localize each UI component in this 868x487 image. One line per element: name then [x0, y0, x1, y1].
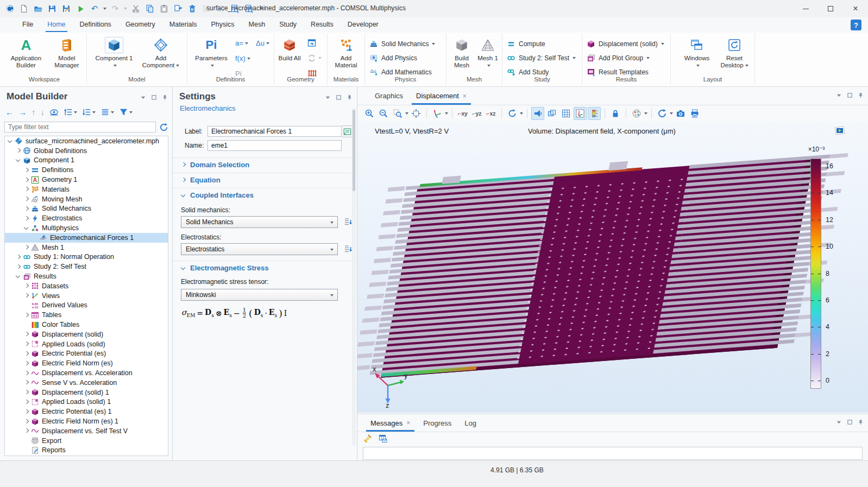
- tree-item[interactable]: Study 1: Normal Operation: [5, 252, 168, 262]
- tree-item[interactable]: Component 1: [5, 156, 168, 166]
- add-plot-group-button[interactable]: Add Plot Group: [587, 52, 650, 64]
- tab-progress[interactable]: Progress: [417, 414, 458, 432]
- rename-button[interactable]: [341, 125, 353, 137]
- collapse-all-button[interactable]: [64, 107, 77, 117]
- panel-float-icon[interactable]: [336, 94, 342, 100]
- cut-button[interactable]: [130, 3, 141, 14]
- paste-button[interactable]: [159, 3, 169, 14]
- tree-item[interactable]: Solid Mechanics: [5, 204, 168, 214]
- add-physics-button[interactable]: Add Physics: [369, 52, 417, 64]
- tree-expander[interactable]: [23, 350, 30, 357]
- functions-button[interactable]: f(x): [235, 54, 250, 62]
- tree-item[interactable]: Electromechanical Forces 1: [5, 233, 168, 243]
- panel-float-icon[interactable]: [151, 94, 157, 100]
- tree-item[interactable]: Tables: [5, 310, 168, 320]
- menu-developer[interactable]: Developer: [341, 18, 386, 32]
- tree-item[interactable]: Mesh 1: [5, 243, 168, 252]
- tree-expander[interactable]: [23, 418, 30, 425]
- tree-expander[interactable]: [23, 215, 30, 222]
- tree-item[interactable]: Global Definitions: [5, 146, 168, 156]
- tree-item[interactable]: Multiphysics: [5, 223, 168, 233]
- build-all-button[interactable]: Build All: [276, 37, 303, 62]
- back-button[interactable]: ←: [5, 107, 14, 117]
- tree-item[interactable]: Electrostatics: [5, 213, 168, 223]
- tree-item[interactable]: Geometry 1: [5, 175, 168, 185]
- tree-item[interactable]: Export: [5, 436, 168, 446]
- forward-button[interactable]: →: [18, 107, 27, 117]
- tree-expander[interactable]: [23, 196, 30, 203]
- solid-mechanics-select[interactable]: Solid Mechanics: [181, 216, 338, 228]
- tree-expander[interactable]: [23, 360, 30, 366]
- undo-dropdown[interactable]: [103, 8, 106, 10]
- tree-item[interactable]: surface_micromachined_accelerometer.mph: [5, 136, 168, 146]
- tree-expander[interactable]: [15, 148, 22, 154]
- tree-item[interactable]: Displacement (solid) 1: [5, 388, 168, 397]
- tree-item[interactable]: Views: [5, 291, 168, 301]
- reset-desktop-button[interactable]: Reset Desktop: [718, 37, 751, 69]
- tree-item[interactable]: Study 2: Self Test: [5, 262, 168, 271]
- close-tab-icon[interactable]: ×: [463, 92, 467, 100]
- refresh-filter-icon[interactable]: [159, 122, 168, 132]
- model-manager-button[interactable]: Model Manager: [49, 37, 85, 69]
- add-component-button[interactable]: Add Component: [139, 37, 183, 69]
- label-field[interactable]: [207, 126, 342, 137]
- panel-menu-icon[interactable]: [325, 94, 331, 100]
- tree-expander[interactable]: [23, 408, 30, 415]
- mesh1-button[interactable]: Mesh 1: [476, 37, 500, 69]
- windows-button[interactable]: Windows: [681, 37, 713, 69]
- plot-canvas[interactable]: VtestL=0 V, VtestR=2 V Volume: Displacem…: [357, 122, 868, 413]
- view-yz-button[interactable]: ⌐yz: [470, 107, 483, 120]
- filter-button[interactable]: [119, 107, 133, 117]
- plot-group-select[interactable]: Displacement (solid): [587, 38, 664, 50]
- tree-item[interactable]: Derived Values: [5, 301, 168, 311]
- redo-button[interactable]: ↷: [110, 3, 121, 14]
- zoom-extents-button[interactable]: [410, 107, 423, 120]
- save-button[interactable]: [47, 3, 58, 14]
- tree-item[interactable]: Displacement (solid): [5, 330, 168, 339]
- tree-item[interactable]: Moving Mesh: [5, 194, 168, 204]
- tab-log[interactable]: Log: [458, 414, 483, 432]
- menu-study[interactable]: Study: [272, 18, 304, 32]
- run-button[interactable]: [75, 3, 86, 14]
- tree-expander[interactable]: [23, 380, 30, 386]
- panel-menu-icon[interactable]: [836, 419, 842, 425]
- grid-toggle[interactable]: [559, 107, 573, 120]
- duplicate-button[interactable]: [173, 3, 184, 14]
- tree-item[interactable]: Datasets: [5, 281, 168, 291]
- compute-button[interactable]: Compute: [507, 38, 545, 50]
- tab-messages[interactable]: Messages×: [364, 414, 417, 432]
- undo-button[interactable]: ↶: [89, 3, 100, 14]
- insert-sequence-button[interactable]: [307, 38, 317, 48]
- copy-button[interactable]: [144, 3, 155, 14]
- tree-expander[interactable]: [15, 273, 22, 280]
- go-to-view-button[interactable]: [431, 107, 444, 120]
- view-xz-button[interactable]: ⌐xz: [485, 107, 498, 120]
- tree-expander[interactable]: [15, 157, 22, 163]
- open-file-button[interactable]: [33, 3, 43, 14]
- lock-view-button[interactable]: [609, 107, 622, 120]
- tree-item[interactable]: Sense V vs. Acceleration: [5, 378, 168, 388]
- tree-item[interactable]: Electric Potential (es): [5, 349, 168, 359]
- copy-table-icon[interactable]: [378, 434, 388, 444]
- nonlocal-couplings-button[interactable]: Δu: [256, 39, 269, 47]
- menu-geometry[interactable]: Geometry: [118, 18, 162, 32]
- tab-graphics[interactable]: Graphics: [368, 87, 410, 105]
- tree-item[interactable]: Results: [5, 271, 168, 281]
- tree-expander[interactable]: [23, 312, 30, 318]
- section-coupled-interfaces[interactable]: Coupled Interfaces: [173, 188, 357, 202]
- tree-item[interactable]: Displacement vs. Acceleration: [5, 368, 168, 378]
- tree-item[interactable]: Electric Potential (es) 1: [5, 407, 168, 416]
- menu-home[interactable]: Home: [40, 18, 72, 32]
- tree-expander[interactable]: [7, 138, 14, 144]
- tree-item[interactable]: Color Tables: [5, 320, 168, 330]
- electrostatics-select[interactable]: Electrostatics: [181, 243, 338, 255]
- tree-expander[interactable]: [15, 263, 22, 270]
- application-builder-button[interactable]: A Application Builder: [5, 37, 47, 69]
- panel-float-icon[interactable]: [847, 92, 853, 98]
- redo-dropdown[interactable]: [124, 8, 127, 10]
- menu-results[interactable]: Results: [304, 18, 341, 32]
- tab-displacement[interactable]: Displacement×: [410, 87, 473, 105]
- tree-item[interactable]: Applied Loads (solid) 1: [5, 397, 168, 407]
- tree-expander[interactable]: [23, 293, 30, 299]
- panel-pin-icon[interactable]: [347, 94, 353, 100]
